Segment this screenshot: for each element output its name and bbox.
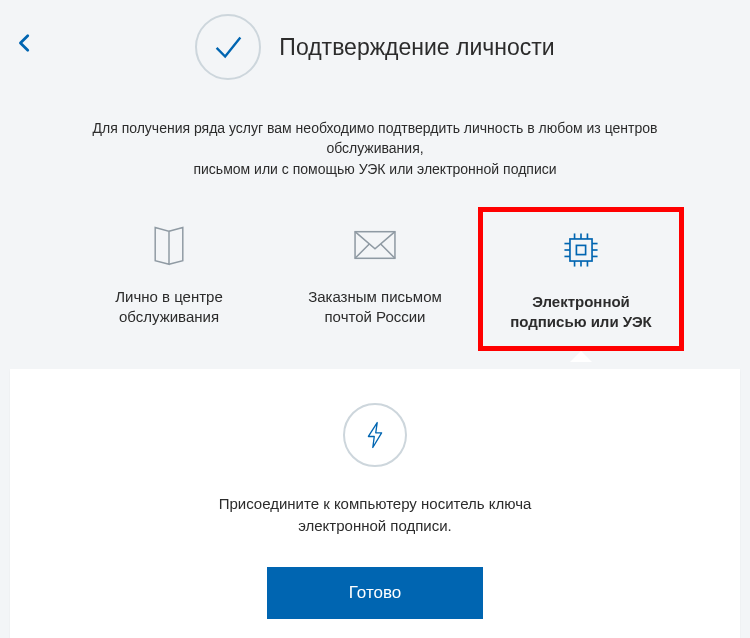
option-label: Заказным письмом почтой России (278, 287, 472, 328)
instruction-panel: Присоедините к компьютеру носитель ключа… (10, 369, 740, 638)
page-title: Подтверждение личности (279, 34, 554, 61)
verification-options: Лично в центре обслуживания Заказным пис… (0, 207, 750, 352)
back-button[interactable] (14, 32, 36, 54)
lightning-icon (364, 419, 386, 451)
option-digital-signature[interactable]: Электронной подписью или УЭК (478, 207, 684, 352)
option-label: Электронной подписью или УЭК (489, 292, 673, 333)
option-in-person[interactable]: Лично в центре обслуживания (66, 207, 272, 342)
svg-rect-0 (355, 232, 395, 259)
description-line2: письмом или с помощью УЭК или электронно… (193, 161, 556, 177)
chip-icon (489, 220, 673, 280)
svg-rect-1 (570, 239, 592, 261)
map-icon (72, 215, 266, 275)
instruction-text: Присоедините к компьютеру носитель ключа… (30, 493, 720, 537)
flash-icon-circle (343, 403, 407, 467)
ready-button[interactable]: Готово (267, 567, 483, 619)
option-label: Лично в центре обслуживания (72, 287, 266, 328)
check-circle-icon (195, 14, 261, 80)
description-text: Для получения ряда услуг вам необходимо … (55, 118, 695, 179)
option-by-mail[interactable]: Заказным письмом почтой России (272, 207, 478, 342)
checkmark-icon (209, 28, 247, 66)
description-line1: Для получения ряда услуг вам необходимо … (93, 120, 658, 156)
page-header: Подтверждение личности (0, 0, 750, 80)
envelope-icon (278, 215, 472, 275)
svg-rect-2 (576, 245, 585, 254)
chevron-left-icon (14, 32, 36, 54)
